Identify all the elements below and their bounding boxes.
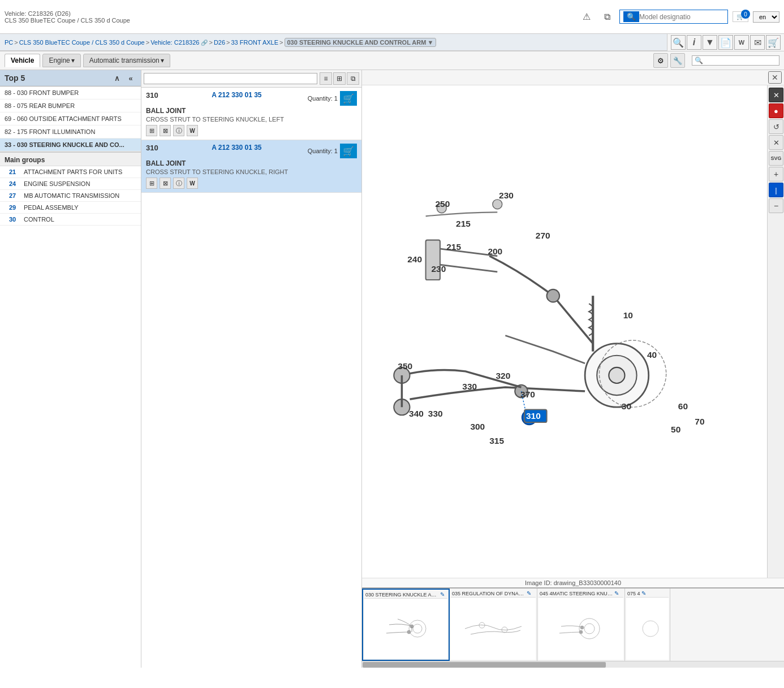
add-to-cart-btn-2[interactable]: 🛒 <box>340 144 357 158</box>
thumbnail-075[interactable]: 075 4 ✎ <box>625 589 670 661</box>
info-button[interactable]: i <box>687 35 701 50</box>
sidebar-group-24[interactable]: 24 ENGINE SUSPENSION <box>0 178 141 190</box>
part-info-icon-1[interactable]: ⓘ <box>173 125 184 136</box>
top-right-tools: 🔍 i ▼ 📄 W ✉ 🛒 <box>667 34 784 51</box>
tab-engine[interactable]: Engine ▾ <box>42 54 80 67</box>
svg-point-4 <box>547 289 560 302</box>
thumbnail-edit-035[interactable]: ✎ <box>527 590 531 596</box>
sidebar-group-30[interactable]: 30 CONTROL <box>0 214 141 226</box>
thumbnail-label-075: 075 4 ✎ <box>626 590 669 598</box>
add-to-cart-btn-1[interactable]: 🛒 <box>340 91 357 106</box>
parts-list-grid-icon[interactable]: ⊞ <box>333 72 346 85</box>
tab-automatic-transmission[interactable]: Automatic transmission ▾ <box>83 54 170 67</box>
tab-vehicle[interactable]: Vehicle <box>5 54 40 67</box>
bottom-scrollbar[interactable] <box>362 661 784 668</box>
thumbnail-045[interactable]: 045 4MATIC STEERING KNUCKLE & CONTROL AR… <box>537 589 625 661</box>
parts-list-table-icon[interactable]: ≡ <box>320 72 332 85</box>
thumbnail-edit-030[interactable]: ✎ <box>440 591 445 598</box>
parts-list-expand-icon[interactable]: ⧉ <box>347 72 359 85</box>
sidebar-item-front-illumination[interactable]: 82 - 175 FRONT ILLUMINATION <box>0 126 141 139</box>
part-item-header-2: 310 A 212 330 01 35 Quantity: 1 🛒 <box>146 144 357 158</box>
part-actions-1: ⊞ ⊠ ⓘ W <box>146 125 357 136</box>
part-wis-icon-2[interactable]: W <box>187 178 198 189</box>
svg-rect-6 <box>426 240 440 280</box>
breadcrumb-model[interactable]: CLS 350 BlueTEC Coupe / CLS 350 d Coupe <box>19 39 145 46</box>
breadcrumb-front-axle[interactable]: 33 FRONT AXLE <box>231 39 279 46</box>
breadcrumb: PC > CLS 350 BlueTEC Coupe / CLS 350 d C… <box>0 34 667 51</box>
thumbnail-label-035: 035 REGULATION OF DYNAMIC HEADLAMP RANGE… <box>451 590 536 598</box>
language-selector[interactable]: en de <box>753 11 779 23</box>
thumbnail-035[interactable]: 035 REGULATION OF DYNAMIC HEADLAMP RANGE… <box>450 589 537 661</box>
zoom-in-button[interactable]: 🔍 <box>671 35 686 50</box>
sidebar-group-21[interactable]: 21 ATTACHMENT PARTS FOR UNITS <box>0 166 141 178</box>
bottom-scrollbar-thumb[interactable] <box>363 662 606 668</box>
diagram-tool-close[interactable]: ✕ <box>769 135 783 150</box>
diagram-tools: ✕ ● ↺ ✕ SVG + | − <box>767 85 784 578</box>
breadcrumb-pc[interactable]: PC <box>5 39 13 46</box>
image-id-bar: Image ID: drawing_B33030000140 <box>362 578 784 587</box>
part-qty-label-2: Quantity: 1 <box>308 148 338 154</box>
sidebar-top-header: Top 5 ∧ « <box>0 70 141 86</box>
part-position-1: 310 <box>146 91 166 99</box>
diagram-tool-expand[interactable]: ✕ <box>769 88 783 102</box>
diagram-tool-zoom-in[interactable]: + <box>769 167 783 181</box>
wis-button[interactable]: W <box>734 35 749 50</box>
sidebar-group-27[interactable]: 27 MB AUTOMATIC TRANSMISSION <box>0 190 141 202</box>
diagram-tool-svg[interactable]: SVG <box>769 151 783 166</box>
part-item-310-right[interactable]: 310 A 212 330 01 35 Quantity: 1 🛒 BALL J… <box>141 140 361 193</box>
mail-button[interactable]: ✉ <box>750 35 765 50</box>
parts-list-search-input[interactable] <box>144 73 317 84</box>
label-70: 70 <box>695 417 704 426</box>
breadcrumb-current-filter[interactable]: 030 STEERING KNUCKLE AND CONTROL ARM ▼ <box>285 38 437 47</box>
diagram-close-btn[interactable]: ✕ <box>768 71 782 84</box>
toolbar-search-bar: 🔍 <box>692 55 779 66</box>
thumbnail-edit-045[interactable]: ✎ <box>614 590 619 596</box>
diagram-canvas[interactable]: 250 230 215 270 215 200 240 230 10 40 35… <box>362 85 784 578</box>
diagram-tool-blue[interactable]: | <box>769 183 783 197</box>
toolbar-wrench-icon[interactable]: 🔧 <box>670 53 685 68</box>
header-search-button[interactable]: 🔍 <box>623 11 639 22</box>
breadcrumb-vehicle[interactable]: Vehicle: C218326 🔗 <box>150 39 208 46</box>
sidebar-item-front-bumper[interactable]: 88 - 030 FRONT BUMPER <box>0 86 141 99</box>
basket-button[interactable]: 🛒 <box>766 35 781 50</box>
toolbar-settings-icon[interactable]: ⚙ <box>653 53 668 68</box>
sidebar-close-btn[interactable]: « <box>125 72 136 84</box>
sidebar-item-steering-knuckle[interactable]: 33 - 030 STEERING KNUCKLE AND CO... <box>0 139 141 152</box>
diagram-tool-color[interactable]: ● <box>769 103 783 118</box>
part-table-icon-1[interactable]: ⊞ <box>146 125 157 136</box>
header-search-input[interactable] <box>639 13 724 21</box>
part-table-icon-2[interactable]: ⊞ <box>146 178 157 189</box>
filter-button[interactable]: ▼ <box>703 35 717 50</box>
sidebar-item-outside-attachment[interactable]: 69 - 060 OUTSIDE ATTACHMENT PARTS <box>0 112 141 126</box>
thumbnail-030[interactable]: 030 STEERING KNUCKLE AND CONTROL ARM ✎ <box>362 589 450 661</box>
diagram-tool-refresh[interactable]: ↺ <box>769 119 783 134</box>
toolbar-search-input[interactable] <box>703 57 777 64</box>
label-230-1: 230 <box>499 191 514 200</box>
svg-rect-0 <box>362 184 784 479</box>
sidebar-group-29[interactable]: 29 PEDAL ASSEMBLY <box>0 202 141 214</box>
cart-button[interactable]: 🛒 0 <box>733 11 748 22</box>
svg-point-27 <box>579 630 583 634</box>
doc-button[interactable]: 📄 <box>718 35 733 50</box>
warning-button[interactable]: ⚠ <box>579 9 595 25</box>
sidebar-main-groups-header: Main groups <box>0 152 141 166</box>
label-240: 240 <box>407 254 422 264</box>
part-info-icon-2[interactable]: ⓘ <box>173 178 184 189</box>
sidebar-top-controls: ∧ « <box>111 72 136 84</box>
thumbnail-edit-075[interactable]: ✎ <box>641 590 646 596</box>
copy-button[interactable]: ⧉ <box>599 9 615 25</box>
main-layout: Top 5 ∧ « 88 - 030 FRONT BUMPER 88 - 075… <box>0 70 784 668</box>
thumbnail-img-035 <box>451 598 536 660</box>
header-model: CLS 350 BlueTEC Coupe / CLS 350 d Coupe <box>5 17 130 24</box>
sidebar-item-rear-bumper[interactable]: 88 - 075 REAR BUMPER <box>0 99 141 112</box>
cart-badge: 0 <box>741 10 750 19</box>
part-item-310-left[interactable]: 310 A 212 330 01 35 Quantity: 1 🛒 BALL J… <box>141 88 361 140</box>
part-image-icon-2[interactable]: ⊠ <box>160 178 171 189</box>
breadcrumb-d26[interactable]: D26 <box>214 39 225 46</box>
part-image-icon-1[interactable]: ⊠ <box>160 125 171 136</box>
sidebar-collapse-btn[interactable]: ∧ <box>111 72 123 84</box>
svg-rect-28 <box>631 611 665 647</box>
diagram-tool-zoom-out[interactable]: − <box>769 198 783 213</box>
part-wis-icon-1[interactable]: W <box>187 125 198 136</box>
part-name-2: BALL JOINT <box>146 159 357 167</box>
